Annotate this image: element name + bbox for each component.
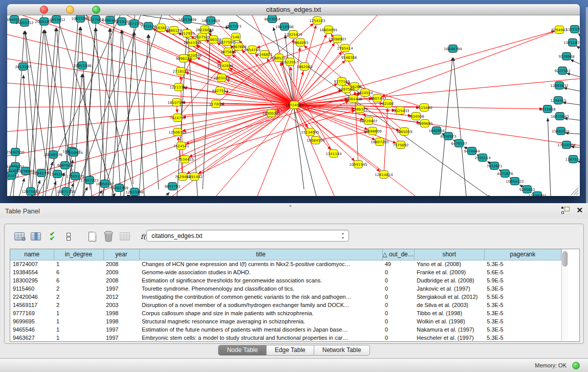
graph-node[interactable]: 19218506 — [275, 23, 294, 31]
graph-node[interactable]: 1167534 — [565, 156, 580, 163]
table-mode-icon[interactable]: ⚙ — [12, 229, 27, 244]
graph-node[interactable]: 15751874 — [563, 39, 580, 47]
graph-node[interactable]: 1864093 — [292, 39, 308, 47]
table-row[interactable]: 946554611997Estimation of the future num… — [10, 325, 561, 334]
table-row[interactable]: 911546021997Tourette syndrome. Phenomeno… — [10, 285, 561, 293]
graph-node[interactable]: 10653287 — [71, 15, 90, 23]
close-panel-icon[interactable]: ✕ — [576, 206, 583, 215]
graph-node[interactable]: 8958923 — [440, 133, 456, 140]
graph-node[interactable]: 28226058 — [195, 26, 214, 34]
graph-node[interactable]: 1640954 — [428, 127, 445, 135]
graph-node[interactable]: 25160550 — [7, 148, 25, 156]
graph-node[interactable]: 15134945 — [301, 128, 319, 136]
graph-node[interactable]: 117006 — [209, 100, 223, 108]
graph-node[interactable]: 18511954 — [202, 17, 220, 25]
graph-node[interactable]: 1862060 — [296, 63, 312, 71]
table-scrollbar[interactable] — [561, 249, 568, 341]
table-row[interactable]: 946362711997Embryonic stem cells: a mode… — [10, 334, 561, 342]
window-resize-grip[interactable] — [576, 193, 578, 195]
graph-node[interactable]: 7857223 — [225, 23, 241, 30]
window-resize-grip[interactable] — [574, 190, 578, 195]
graph-node[interactable]: 7524541 — [173, 142, 189, 150]
memory-status-indicator[interactable] — [572, 362, 580, 369]
graph-node[interactable]: 62160 — [382, 100, 394, 107]
tab-edge-table[interactable]: Edge Table — [267, 345, 314, 356]
table-row[interactable]: 1830029562008Estimation of significance … — [10, 276, 561, 285]
graph-node[interactable]: 16604091 — [319, 26, 338, 34]
graph-node[interactable]: 1341144 — [325, 150, 342, 158]
graph-node[interactable]: 20053346 — [73, 62, 92, 70]
column-header-in_degree[interactable]: in_degree — [54, 249, 103, 260]
graph-node[interactable]: 8471676 — [497, 170, 513, 178]
graph-node[interactable]: 9227342 — [554, 67, 570, 75]
select-all-icon[interactable]: ✔✔ — [45, 229, 60, 244]
column-header-short[interactable]: short — [414, 249, 484, 260]
graph-node[interactable]: 18107554 — [167, 99, 186, 106]
table-selector-dropdown[interactable]: citations_edges.txt ▲▼ — [146, 230, 349, 242]
graph-node[interactable]: 12325419 — [284, 31, 302, 38]
graph-node[interactable]: 2613107 — [15, 63, 31, 71]
graph-node[interactable]: 16053809 — [178, 16, 197, 24]
table-row[interactable]: 2242004622012Investigating the contribut… — [10, 293, 561, 301]
graph-node[interactable]: 10591545 — [349, 161, 367, 168]
new-column-icon[interactable] — [84, 229, 100, 244]
graph-node[interactable]: 9245652 — [519, 186, 535, 193]
table-row[interactable]: 969969511998Structural magnetic resonanc… — [10, 317, 561, 325]
graph-node[interactable]: 1254103 — [309, 17, 325, 25]
graph-node[interactable]: 2718126 — [172, 68, 189, 75]
float-panel-icon[interactable] — [561, 207, 570, 214]
graph-node[interactable]: 9699695 — [417, 120, 432, 127]
splitter-grip-icon[interactable]: ▴ — [289, 203, 292, 208]
graph-node[interactable]: 20206576 — [44, 151, 62, 159]
table-row[interactable]: 1456911722003Disruption of a novel membe… — [10, 301, 561, 309]
graph-node[interactable]: 8813054 — [264, 15, 280, 23]
column-header-pagerank[interactable]: pagerank — [484, 249, 561, 260]
delete-column-icon[interactable] — [101, 229, 116, 244]
graph-node[interactable]: 12506188 — [168, 128, 187, 136]
graph-node[interactable]: 10720407 — [359, 117, 378, 125]
graph-node[interactable]: 10654122 — [506, 178, 524, 185]
graph-node[interactable]: 19384554 — [307, 137, 325, 144]
node-label: 15751874 — [563, 41, 580, 45]
graph-node[interactable]: 9794943 — [551, 26, 567, 34]
network-canvas[interactable]: 1872400718300295193845541170068427552280… — [7, 15, 580, 196]
graph-node[interactable]: 7632621 — [486, 162, 502, 170]
graph-node[interactable]: 9634508 — [408, 113, 424, 120]
graph-node[interactable]: 16648784 — [444, 45, 462, 53]
clear-selection-icon[interactable] — [61, 229, 76, 244]
show-columns-icon[interactable] — [28, 229, 43, 244]
table-row[interactable]: 1938455462009Genome-wide association stu… — [10, 268, 561, 276]
graph-node[interactable]: 20364436 — [344, 95, 362, 103]
graph-node[interactable]: 1785414 — [337, 45, 353, 52]
scrollbar-thumb[interactable] — [562, 251, 568, 267]
graph-node[interactable]: 16210643 — [551, 113, 569, 120]
graph-node[interactable]: 12213384 — [169, 83, 188, 91]
graph-node[interactable]: 10025433 — [391, 107, 409, 115]
graph-node[interactable]: 546 — [232, 33, 241, 41]
graph-node[interactable]: 17016504 — [557, 141, 576, 149]
table-row[interactable]: 977716911998Corpus callosum shape and si… — [10, 309, 561, 317]
network-window-titlebar[interactable]: citations_edges.txt — [7, 4, 580, 15]
graph-node[interactable]: 11073752 — [565, 26, 580, 33]
graph-node[interactable]: 2803144 — [213, 74, 230, 82]
graph-node[interactable]: 17534415 — [176, 156, 194, 163]
column-header-year[interactable]: year — [103, 249, 139, 260]
graph-node[interactable]: 9329968 — [558, 53, 574, 60]
graph-node[interactable]: 9546306 — [341, 54, 357, 61]
graph-node[interactable]: 7575692 — [393, 141, 408, 149]
table-row[interactable]: 1872400712008Changes of HCN gene express… — [10, 260, 561, 268]
column-header-title[interactable]: title — [139, 249, 382, 260]
tab-network-table[interactable]: Network Table — [314, 345, 370, 356]
graph-node[interactable]: 3824554 — [357, 89, 373, 97]
column-header-out_degree[interactable]: △ out_de… — [382, 249, 414, 260]
tab-node-table[interactable]: Node Table — [218, 345, 267, 356]
graph-node[interactable]: 1244415 — [550, 97, 566, 104]
graph-node[interactable]: 10688609 — [363, 127, 382, 135]
graph-node[interactable]: 6479197 — [451, 140, 467, 147]
graph-node[interactable]: 9115460 — [416, 104, 432, 112]
graph-node[interactable]: 8215958 — [539, 105, 555, 113]
graph-node[interactable]: 1965059 — [396, 128, 412, 136]
graph-node[interactable]: 19098907 — [328, 35, 346, 43]
graph-node[interactable]: 15692071 — [552, 127, 570, 135]
column-header-name[interactable]: name — [10, 249, 54, 260]
